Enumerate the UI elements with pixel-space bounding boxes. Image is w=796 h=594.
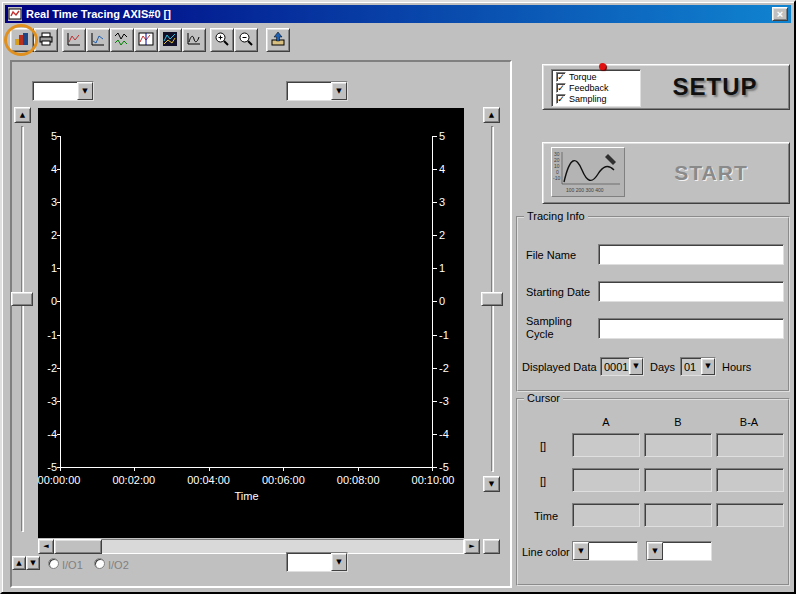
io-scroll-up-button[interactable]: ▲ (12, 556, 26, 570)
hours-unit-label: Hours (722, 361, 751, 373)
cursor-value-row2-ba[interactable] (716, 468, 784, 492)
upload-button[interactable] (266, 28, 290, 52)
waveform-pair-icon (114, 31, 130, 49)
hscroll-thumb[interactable] (54, 539, 102, 554)
waveform-marker-icon (138, 31, 154, 49)
cursor-value-row1-b[interactable] (644, 433, 712, 457)
sampling-checkbox-row[interactable]: ✓ Sampling (556, 94, 607, 104)
io-scroll-down-button[interactable]: ▼ (26, 556, 40, 570)
chevron-down-icon[interactable]: ▼ (331, 82, 347, 100)
cursor-value-row1-ba[interactable] (716, 433, 784, 457)
cursor-value-row1-a[interactable] (572, 433, 640, 457)
channel-3-select[interactable]: ▼ (286, 552, 348, 572)
torque-checkbox[interactable]: ✓ (556, 72, 566, 82)
chevron-down-icon[interactable]: ▼ (701, 358, 715, 375)
file-name-input[interactable] (598, 244, 784, 265)
cursor-time-b[interactable] (644, 503, 712, 527)
right-scale-down-button[interactable]: ▼ (483, 476, 500, 492)
cursor-time-row-label: Time (534, 510, 558, 522)
chevron-down-icon[interactable]: ▼ (331, 553, 347, 571)
start-button[interactable]: 30 20 10 0 -10 100 200 300 400 START (542, 142, 790, 204)
trace-single-button[interactable] (182, 28, 206, 52)
torque-checkbox-label: Torque (569, 72, 597, 82)
app-icon[interactable] (8, 7, 22, 21)
right-scale-up-button[interactable]: ▲ (483, 107, 500, 123)
displayed-data-label: Displayed Data (522, 361, 597, 373)
io1-radio[interactable] (48, 558, 59, 569)
channel-1-value (33, 82, 77, 100)
start-button-label: START (639, 161, 783, 185)
zoom-out-button[interactable] (234, 28, 258, 52)
title-bar: Real Time Tracing AXIS#0 [] × (5, 5, 791, 23)
trace-expand-button[interactable] (62, 28, 86, 52)
y-axis-right-ticks (433, 136, 437, 468)
cursor-row2-label: [] (540, 475, 546, 487)
y-axis-left-labels: 543210-1-2-3-4-5 (40, 130, 57, 473)
channel-2-value (287, 82, 331, 100)
sampling-cycle-label-line2: Cycle (526, 328, 554, 340)
line-color-2-select[interactable]: ▼ (646, 541, 712, 561)
setup-checkbox-box: ✓ Torque ✓ Feedback ✓ Sampling (551, 69, 641, 107)
cursor-value-row2-a[interactable] (572, 468, 640, 492)
chevron-down-icon[interactable]: ▼ (629, 358, 643, 375)
annotation-highlight-circle (4, 24, 38, 56)
cursor-col-ba-header: B-A (714, 416, 784, 428)
sampling-cycle-label-line1: Sampling (526, 315, 572, 327)
zoom-in-button[interactable] (210, 28, 234, 52)
trace-single-icon (186, 31, 202, 49)
red-pin-icon (599, 63, 606, 70)
printer-icon (38, 31, 54, 49)
multi-color-trace-button[interactable] (158, 28, 182, 52)
torque-checkbox-row[interactable]: ✓ Torque (556, 72, 597, 82)
left-slider-thumb[interactable] (11, 292, 33, 306)
left-scale-up-button[interactable]: ▲ (14, 107, 31, 123)
displayed-hours-select[interactable]: 01 ▼ (680, 357, 716, 376)
cursor-time-a[interactable] (572, 503, 640, 527)
chevron-down-icon[interactable]: ▼ (77, 82, 93, 100)
chevron-down-icon[interactable]: ▼ (647, 542, 663, 560)
x-axis-title: Time (60, 490, 433, 502)
trace-expand-icon (66, 31, 82, 49)
y-axis-right-labels: 543210-1-2-3-4-5 (439, 130, 459, 473)
displayed-hours-value: 01 (681, 358, 701, 375)
cursor-value-row2-b[interactable] (644, 468, 712, 492)
channel-2-select[interactable]: ▼ (286, 81, 348, 101)
trace-fit-icon (90, 31, 106, 49)
starting-date-label: Starting Date (526, 286, 590, 298)
hscroll-track[interactable] (54, 539, 464, 554)
hscroll-right-button[interactable]: ► (464, 539, 480, 554)
close-button[interactable]: × (772, 7, 788, 21)
displayed-days-select[interactable]: 0001 ▼ (600, 357, 644, 376)
cursor-col-b-header: B (644, 416, 712, 428)
line-color-1-select[interactable]: ▼ (572, 541, 638, 561)
sampling-cycle-input[interactable] (598, 318, 784, 339)
waveform-pair-button[interactable] (110, 28, 134, 52)
x-axis-ticks (60, 467, 434, 471)
feedback-checkbox-row[interactable]: ✓ Feedback (556, 83, 609, 93)
multi-color-trace-icon (162, 31, 178, 49)
svg-text:100 200 300 400: 100 200 300 400 (566, 187, 604, 193)
chevron-down-icon[interactable]: ▼ (573, 542, 589, 560)
starting-date-input[interactable] (598, 281, 784, 302)
hscroll-left-button[interactable]: ◄ (38, 539, 54, 554)
scroll-corner-box[interactable] (483, 539, 500, 554)
channel-1-select[interactable]: ▼ (32, 81, 94, 101)
toolbar (5, 25, 791, 55)
feedback-checkbox[interactable]: ✓ (556, 83, 566, 93)
left-slider-track[interactable] (21, 126, 24, 532)
x-axis-labels: 00:00:0000:02:0000:04:0000:06:0000:08:00… (32, 474, 460, 486)
setup-button-label: SETUP (647, 73, 783, 101)
cursor-time-ba[interactable] (716, 503, 784, 527)
io2-radio[interactable] (94, 558, 105, 569)
y-axis-left (60, 136, 61, 468)
setup-button[interactable]: ✓ Torque ✓ Feedback ✓ Sampling SETUP (542, 64, 790, 110)
cursor-title: Cursor (524, 392, 563, 404)
trace-fit-button[interactable] (86, 28, 110, 52)
zoom-out-icon (238, 31, 254, 49)
right-slider-thumb[interactable] (481, 292, 503, 306)
file-name-label: File Name (526, 249, 576, 261)
days-unit-label: Days (650, 361, 675, 373)
sampling-checkbox[interactable]: ✓ (556, 94, 566, 104)
waveform-marker-button[interactable] (134, 28, 158, 52)
channel-3-value (287, 553, 331, 571)
